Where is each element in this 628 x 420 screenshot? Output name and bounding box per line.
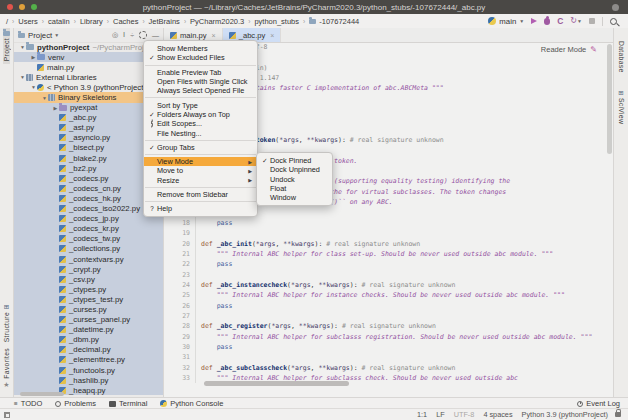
debug-button[interactable] bbox=[544, 18, 550, 25]
tree-item-binary-skeletons[interactable]: ▼Binary Skeletons bbox=[14, 92, 163, 102]
breadcrumb-item[interactable]: python_stubs bbox=[253, 17, 300, 26]
tool-button-database[interactable]: Database bbox=[618, 38, 625, 76]
tree-item-pyexpat[interactable]: ▶pyexpat bbox=[14, 103, 163, 113]
tree-item--codecs-tw-py[interactable]: _codecs_tw.py bbox=[14, 234, 163, 244]
hide-panel-button[interactable]: — bbox=[152, 32, 159, 39]
project-view-selector[interactable]: Project bbox=[28, 31, 52, 40]
breadcrumb-item[interactable]: catalin bbox=[47, 17, 71, 26]
tree-item--codecs-jp-py[interactable]: _codecs_jp.py bbox=[14, 214, 163, 224]
tool-button-event-log[interactable]: Event Log bbox=[577, 399, 628, 408]
tree-item-pythonproject[interactable]: ▼pythonProject~/PycharmProjects/p bbox=[14, 42, 163, 52]
tree-item--bisect-py[interactable]: _bisect.py bbox=[14, 143, 163, 153]
tree-item-external-libraries[interactable]: ▼External Libraries bbox=[14, 72, 163, 82]
breadcrumb-item[interactable]: / bbox=[5, 17, 9, 26]
tree-item--csv-py[interactable]: _csv.py bbox=[14, 274, 163, 284]
tree-item--abc-py[interactable]: _abc.py bbox=[14, 113, 163, 123]
breadcrumb-item[interactable]: JetBrains bbox=[148, 17, 181, 26]
minimize-window-button[interactable] bbox=[19, 4, 25, 10]
tree-item--hashlib-py[interactable]: _hashlib.py bbox=[14, 375, 163, 385]
status-item-1-1[interactable]: 1:1 bbox=[417, 410, 427, 419]
tree-expand-arrow[interactable]: ▼ bbox=[19, 44, 26, 50]
submenu-item-undock[interactable]: Undock bbox=[257, 175, 332, 184]
tool-button-structure[interactable]: ⊞ Structure bbox=[3, 300, 10, 345]
menu-item-remove-from-sidebar[interactable]: Remove from Sidebar bbox=[144, 190, 257, 199]
tree-item--blake2-py[interactable]: _blake2.py bbox=[14, 153, 163, 163]
editor-horizontal-scrollbar[interactable] bbox=[204, 381, 349, 386]
menu-item-view-mode[interactable]: View Mode▶ bbox=[144, 157, 257, 166]
menu-item-open-files-with-single-click[interactable]: Open Files with Single Click bbox=[144, 77, 257, 86]
tool-window-switcher-icon[interactable] bbox=[4, 412, 10, 418]
tree-expand-arrow[interactable]: ▶ bbox=[52, 105, 59, 111]
menu-item-sort-by-type[interactable]: Sort by Type bbox=[144, 100, 257, 109]
locate-file-button[interactable]: ◎ bbox=[112, 31, 118, 39]
tree-horizontal-scrollbar[interactable] bbox=[20, 392, 64, 396]
close-window-button[interactable] bbox=[7, 4, 13, 10]
expand-all-button[interactable]: Ⅰ bbox=[123, 31, 125, 39]
collapse-all-button[interactable]: ÷ bbox=[130, 32, 134, 39]
status-item-utf-8[interactable]: UTF-8 bbox=[454, 410, 475, 419]
tree-item--contextvars-py[interactable]: _contextvars.py bbox=[14, 254, 163, 264]
coverage-button[interactable]: C bbox=[557, 17, 563, 25]
run-config-selector[interactable]: main ▼ bbox=[488, 17, 524, 26]
submenu-item-dock-unpinned[interactable]: Dock Unpinned bbox=[257, 165, 332, 174]
run-button[interactable] bbox=[531, 18, 537, 24]
menu-item-help[interactable]: ?Help bbox=[144, 204, 257, 213]
tree-item--ast-py[interactable]: _ast.py bbox=[14, 123, 163, 133]
lock-icon[interactable] bbox=[615, 412, 621, 417]
tree-expand-arrow[interactable]: ▼ bbox=[41, 95, 48, 101]
tool-button-python-console[interactable]: Python Console bbox=[160, 399, 223, 408]
search-everywhere-icon[interactable] bbox=[610, 18, 617, 25]
tree-item--codecs-iso2022-py[interactable]: _codecs_iso2022.py bbox=[14, 204, 163, 214]
tree-item--collections-py[interactable]: _collections.py bbox=[14, 244, 163, 254]
tree-item--datetime-py[interactable]: _datetime.py bbox=[14, 325, 163, 335]
tool-button-project[interactable]: Project bbox=[3, 28, 10, 64]
tree-expand-arrow[interactable]: ▼ bbox=[19, 74, 26, 80]
editor-vertical-scrollbar[interactable] bbox=[607, 44, 612, 154]
menu-item-always-select-opened-file[interactable]: Always Select Opened File bbox=[144, 86, 257, 95]
menu-item-edit-scopes-[interactable]: Edit Scopes... bbox=[144, 119, 257, 128]
tree-item--dbm-py[interactable]: _dbm.py bbox=[14, 335, 163, 345]
profiler-button[interactable]: ↻▼ bbox=[570, 17, 582, 25]
tree-item--codecs-cn-py[interactable]: _codecs_cn.py bbox=[14, 183, 163, 193]
stop-button[interactable] bbox=[589, 18, 595, 24]
menu-item-move-to[interactable]: Move to▶ bbox=[144, 166, 257, 175]
menu-item-show-members[interactable]: Show Members bbox=[144, 44, 257, 53]
breadcrumb-item[interactable]: Caches bbox=[112, 17, 139, 26]
zoom-window-button[interactable] bbox=[31, 4, 37, 10]
tree-item--crypt-py[interactable]: _crypt.py bbox=[14, 264, 163, 274]
menu-item-group-tabs[interactable]: ✓Group Tabs bbox=[144, 143, 257, 152]
menu-item-resize[interactable]: Resize▶ bbox=[144, 176, 257, 185]
submenu-item-dock-pinned[interactable]: ✓Dock Pinned bbox=[257, 156, 332, 165]
tree-item--elementtree-py[interactable]: _elementtree.py bbox=[14, 355, 163, 365]
tree-item--codecs-kr-py[interactable]: _codecs_kr.py bbox=[14, 224, 163, 234]
close-icon[interactable]: × bbox=[212, 32, 216, 39]
panel-settings-icon[interactable] bbox=[139, 31, 147, 39]
tree-item--functools-py[interactable]: _functools.py bbox=[14, 365, 163, 375]
menu-item-enable-preview-tab[interactable]: Enable Preview Tab bbox=[144, 68, 257, 77]
tree-item--bz2-py[interactable]: _bz2.py bbox=[14, 163, 163, 173]
breadcrumb-item[interactable]: -107672444 bbox=[308, 17, 360, 26]
menu-item-show-excluded-files[interactable]: ✓Show Excluded Files bbox=[144, 53, 257, 62]
tree-item-main-py[interactable]: main.py bbox=[14, 62, 163, 72]
menu-item-folders-always-on-top[interactable]: ✓Folders Always on Top bbox=[144, 110, 257, 119]
breadcrumb-item[interactable]: Library bbox=[79, 17, 104, 26]
submenu-item-window[interactable]: Window bbox=[257, 193, 332, 202]
tree-item--codecs-py[interactable]: _codecs.py bbox=[14, 173, 163, 183]
tool-button-sciview[interactable]: ⊞ SciView bbox=[618, 86, 625, 127]
tree-item-venv[interactable]: ▶venv bbox=[14, 52, 163, 62]
tree-item--curses-panel-py[interactable]: _curses_panel.py bbox=[14, 315, 163, 325]
tree-expand-arrow[interactable]: ▼ bbox=[30, 84, 37, 90]
status-item-4-spaces[interactable]: 4 spaces bbox=[483, 410, 512, 419]
tree-item--ctypes-py[interactable]: _ctypes.py bbox=[14, 284, 163, 294]
tree-item--codecs-hk-py[interactable]: _codecs_hk.py bbox=[14, 193, 163, 203]
tool-button-terminal[interactable]: Terminal bbox=[109, 399, 147, 408]
breadcrumb-item[interactable]: PyCharm2020.3 bbox=[189, 17, 245, 26]
status-item-lf[interactable]: LF bbox=[436, 410, 445, 419]
tree-item--curses-py[interactable]: _curses.py bbox=[14, 304, 163, 314]
tree-expand-arrow[interactable]: ▶ bbox=[30, 54, 37, 60]
tree-item--asyncio-py[interactable]: _asyncio.py bbox=[14, 133, 163, 143]
tool-button-favorites[interactable]: Favorites ★ bbox=[3, 345, 10, 392]
tool-button-todo[interactable]: ≡TODO bbox=[14, 399, 42, 408]
status-item-python-3-9-pythonproject-[interactable]: Python 3.9 (pythonProject) bbox=[522, 410, 608, 419]
menu-item-file-nesting-[interactable]: File Nesting... bbox=[144, 128, 257, 137]
